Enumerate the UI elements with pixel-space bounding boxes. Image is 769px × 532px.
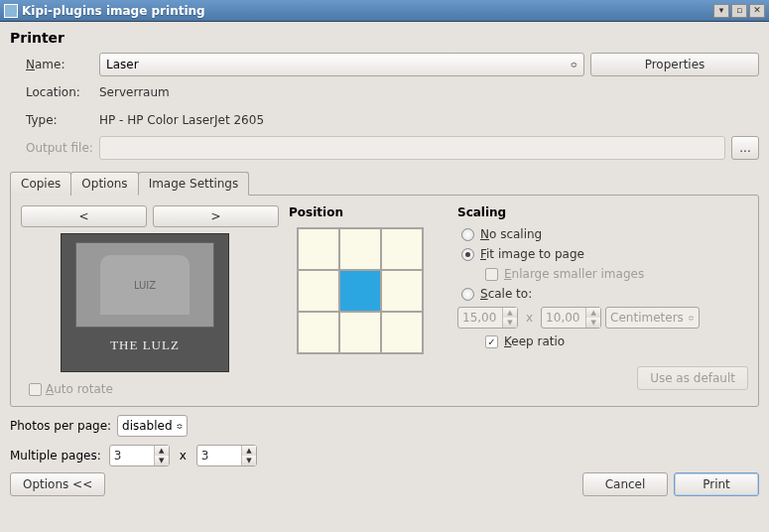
preview-caption: THE LULZ xyxy=(110,337,180,353)
pos-bottom-left[interactable] xyxy=(298,312,339,353)
scale-height-spinner[interactable]: 10,00 ▲▼ xyxy=(541,307,601,329)
photos-per-page-value: disabled xyxy=(122,419,173,433)
pos-top-left[interactable] xyxy=(298,228,339,270)
pos-middle-right[interactable] xyxy=(381,270,423,312)
up-icon[interactable]: ▲ xyxy=(586,308,600,318)
multiple-cols-value: 3 xyxy=(110,449,154,463)
photos-per-page-select[interactable]: disabled ≎ xyxy=(117,415,188,437)
cancel-button[interactable]: Cancel xyxy=(582,472,668,496)
multiple-rows-spinner[interactable]: 3 ▲▼ xyxy=(196,445,257,466)
tab-image-settings[interactable]: Image Settings xyxy=(138,172,250,196)
keep-ratio-label: Keep ratio xyxy=(504,334,565,348)
down-icon[interactable]: ▼ xyxy=(503,318,517,328)
tab-copies[interactable]: Copies xyxy=(10,172,71,196)
up-icon[interactable]: ▲ xyxy=(155,446,169,456)
output-browse-button[interactable]: ... xyxy=(731,136,759,160)
printer-name-value: Laser xyxy=(106,58,139,71)
tab-options[interactable]: Options xyxy=(70,172,138,196)
minimize-button[interactable]: ▾ xyxy=(713,4,729,18)
preview-subcaption xyxy=(144,355,146,363)
pos-top-right[interactable] xyxy=(381,228,423,270)
multiple-rows-value: 3 xyxy=(197,449,241,463)
prev-image-button[interactable]: < xyxy=(21,205,147,227)
location-value: Serverraum xyxy=(99,85,759,99)
down-icon[interactable]: ▼ xyxy=(242,456,256,466)
no-scaling-radio[interactable] xyxy=(461,228,474,241)
scale-to-label: Scale to: xyxy=(480,287,532,301)
scale-width-spinner[interactable]: 15,00 ▲▼ xyxy=(457,307,518,329)
output-file-label: Output file: xyxy=(10,141,99,155)
keep-ratio-checkbox[interactable]: ✓ xyxy=(485,335,498,348)
dropdown-caret-icon: ≎ xyxy=(570,60,577,69)
preview-thumbnail: LUIZ xyxy=(75,242,214,328)
pos-middle-left[interactable] xyxy=(298,270,339,312)
photos-per-page-label: Photos per page: xyxy=(10,419,111,433)
x-label-2: x xyxy=(176,449,191,463)
position-column: Position xyxy=(289,205,448,396)
pos-bottom-right[interactable] xyxy=(381,312,423,353)
app-icon xyxy=(4,4,18,18)
properties-button[interactable]: Properties xyxy=(590,53,759,76)
window-controls: ▾ ▫ ✕ xyxy=(713,4,765,18)
print-button[interactable]: Print xyxy=(674,472,759,496)
name-label: Name: xyxy=(10,58,99,71)
image-preview: LUIZ THE LULZ xyxy=(61,233,229,372)
pos-top-center[interactable] xyxy=(339,228,381,270)
printer-section-title: Printer xyxy=(10,30,759,46)
pos-center[interactable] xyxy=(339,270,381,312)
window-title: Kipi-plugins image printing xyxy=(22,4,713,18)
preview-column: < > LUIZ THE LULZ Auto rotate xyxy=(21,205,279,396)
enlarge-label: Enlarge smaller images xyxy=(504,267,644,281)
unit-select[interactable]: Centimeters ≎ xyxy=(605,307,699,329)
auto-rotate-label: Auto rotate xyxy=(46,382,113,396)
scale-width-value: 15,00 xyxy=(458,311,502,325)
fit-to-page-label: Fit image to page xyxy=(480,247,584,261)
scaling-column: Scaling No scaling Fit image to page Enl… xyxy=(457,205,748,396)
preview-graphic: LUIZ xyxy=(100,255,190,315)
no-scaling-label: No scaling xyxy=(480,227,542,241)
close-button[interactable]: ✕ xyxy=(749,4,765,18)
scale-height-value: 10,00 xyxy=(542,311,585,325)
next-image-button[interactable]: > xyxy=(153,205,279,227)
auto-rotate-checkbox[interactable] xyxy=(29,383,42,396)
image-settings-panel: < > LUIZ THE LULZ Auto rotate xyxy=(10,195,759,407)
unit-value: Centimeters xyxy=(610,311,684,325)
type-label: Type: xyxy=(10,113,99,127)
dropdown-caret-icon: ≎ xyxy=(688,314,695,323)
options-toggle-button[interactable]: Options << xyxy=(10,472,105,496)
enlarge-checkbox[interactable] xyxy=(485,268,498,281)
position-grid[interactable] xyxy=(297,227,424,354)
maximize-button[interactable]: ▫ xyxy=(731,4,747,18)
window-titlebar: Kipi-plugins image printing ▾ ▫ ✕ xyxy=(0,0,769,22)
down-icon[interactable]: ▼ xyxy=(155,456,169,466)
pos-bottom-center[interactable] xyxy=(339,312,381,353)
multiple-cols-spinner[interactable]: 3 ▲▼ xyxy=(109,445,170,466)
scale-to-radio[interactable] xyxy=(461,288,474,301)
x-label: x xyxy=(522,311,537,325)
location-label: Location: xyxy=(10,85,99,99)
type-value: HP - HP Color LaserJet 2605 xyxy=(99,113,759,127)
up-icon[interactable]: ▲ xyxy=(242,446,256,456)
multiple-pages-label: Multiple pages: xyxy=(10,449,101,463)
tab-strip: Copies Options Image Settings xyxy=(10,171,759,195)
position-heading: Position xyxy=(289,205,448,219)
printer-name-select[interactable]: Laser ≎ xyxy=(99,53,584,76)
use-as-default-button[interactable]: Use as default xyxy=(637,366,748,390)
down-icon[interactable]: ▼ xyxy=(586,318,600,328)
output-file-input xyxy=(99,136,725,160)
up-icon[interactable]: ▲ xyxy=(503,308,517,318)
fit-to-page-radio[interactable] xyxy=(461,248,474,261)
dropdown-caret-icon: ≎ xyxy=(177,422,184,431)
scaling-heading: Scaling xyxy=(457,205,748,219)
